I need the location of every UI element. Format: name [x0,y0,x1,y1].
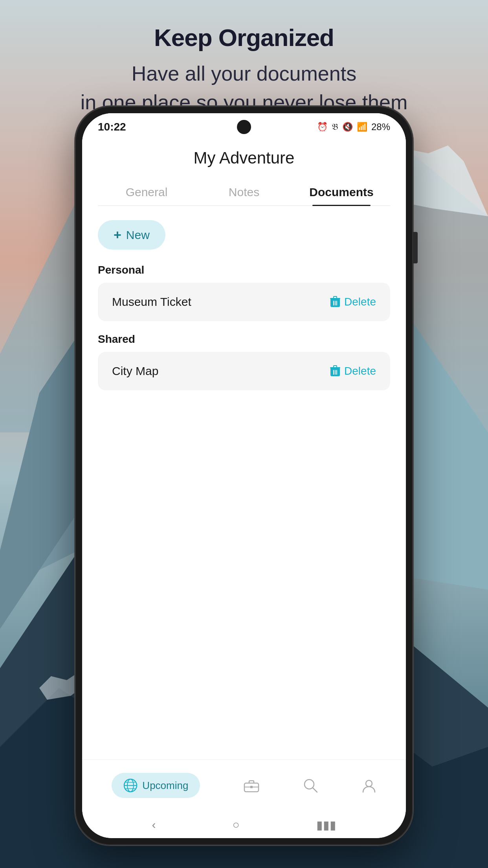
bottom-nav: Upcoming [82,760,406,838]
svg-line-36 [313,788,317,792]
app-header: My Adventure General Notes Documents [82,141,406,206]
doc-item-city-map: City Map Delete [98,352,390,390]
promo-text-area: Keep Organized Have all your documents i… [0,24,488,117]
alarm-icon: ⏰ [317,122,328,132]
app-content: + New Personal Museum Ticket [82,206,406,416]
delete-city-map-button[interactable]: Delete [330,365,376,377]
battery-level: 28% [371,121,390,132]
plus-icon: + [114,227,121,243]
nav-item-search[interactable] [303,778,318,793]
user-icon [361,778,376,793]
trash-icon [330,296,340,308]
home-button[interactable]: ○ [232,818,239,831]
mute-icon: 🔇 [342,122,353,132]
bluetooth-icon: 𝔅 [332,122,338,132]
section-personal-label: Personal [98,264,390,276]
nav-item-briefcase[interactable] [244,778,259,793]
phone-screen: 10:22 ⏰ 𝔅 🔇 📶 28% My Adventure General [82,113,406,838]
nav-item-upcoming[interactable]: Upcoming [112,773,200,798]
trash-icon-2 [330,365,340,377]
svg-rect-34 [250,786,253,788]
status-time: 10:22 [98,121,126,133]
recents-button[interactable]: ▮▮▮ [316,818,336,832]
phone-frame: 10:22 ⏰ 𝔅 🔇 📶 28% My Adventure General [75,106,413,845]
app-title: My Adventure [98,149,390,167]
delete-museum-ticket-label: Delete [344,296,376,308]
globe-icon [123,778,138,793]
wifi-icon: 📶 [357,122,367,132]
headline: Keep Organized [0,24,488,51]
nav-items: Upcoming [82,760,406,811]
svg-rect-17 [334,296,337,298]
tab-notes[interactable]: Notes [195,179,293,205]
doc-name-museum-ticket: Museum Ticket [112,295,191,309]
svg-point-37 [366,780,372,787]
subtext-line1: Have all your documents [132,62,356,85]
camera-notch [237,120,251,134]
new-button[interactable]: + New [98,220,165,250]
doc-item-museum-ticket: Museum Ticket Delete [98,283,390,321]
nav-upcoming-label: Upcoming [142,780,188,792]
delete-city-map-label: Delete [344,365,376,377]
briefcase-icon [244,778,259,793]
back-button[interactable]: ‹ [152,818,156,831]
search-icon [303,778,318,793]
delete-museum-ticket-button[interactable]: Delete [330,296,376,308]
phone-wrapper: 10:22 ⏰ 𝔅 🔇 📶 28% My Adventure General [75,106,413,845]
android-nav: ‹ ○ ▮▮▮ [82,811,406,838]
tab-documents[interactable]: Documents [293,179,390,205]
status-icons: ⏰ 𝔅 🔇 📶 28% [317,121,390,132]
svg-rect-23 [334,366,337,368]
section-shared-label: Shared [98,333,390,346]
status-bar: 10:22 ⏰ 𝔅 🔇 📶 28% [82,113,406,141]
nav-item-user[interactable] [361,778,376,793]
tab-bar: General Notes Documents [98,179,390,206]
doc-name-city-map: City Map [112,364,158,378]
new-label: New [126,228,150,242]
tab-general[interactable]: General [98,179,195,205]
